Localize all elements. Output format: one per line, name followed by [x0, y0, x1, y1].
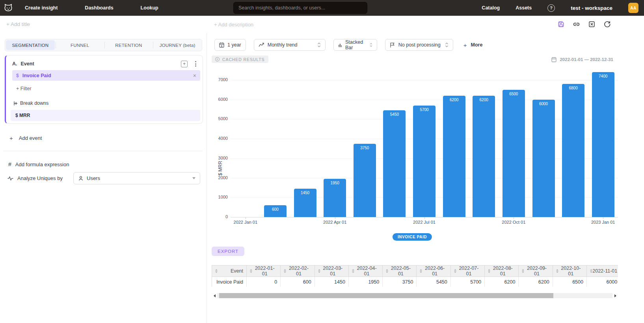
column-header-2022-01-01[interactable]: 2022-01-01: [247, 265, 281, 277]
more-options-button[interactable]: + More: [461, 42, 483, 48]
y-tick-label: 1000: [207, 195, 228, 199]
scrollbar-track[interactable]: [217, 293, 612, 298]
selected-event-row[interactable]: $ Invoice Paid ×: [12, 70, 200, 81]
workspace-name[interactable]: test - workspace: [571, 5, 612, 11]
copy-link-icon[interactable]: [573, 20, 580, 28]
tab-segmentation[interactable]: SEGMENTATION: [6, 40, 55, 50]
results-table-container: Event2022-01-012022-02-012022-03-012022-…: [212, 265, 618, 287]
column-header-2022-04-01[interactable]: 2022-04-01: [348, 265, 382, 277]
refresh-icon[interactable]: [603, 20, 611, 28]
export-button[interactable]: EXPORT: [212, 247, 244, 256]
column-header-2022-05-01[interactable]: 2022-05-01: [383, 265, 417, 277]
cached-results-badge: i CACHED RESULTS: [212, 56, 268, 63]
time-range-button[interactable]: 1 year: [214, 39, 246, 51]
bar-2022-02-01[interactable]: 600: [264, 205, 287, 217]
column-label: 2022-05-01: [388, 265, 413, 277]
sort-icon[interactable]: [590, 269, 592, 273]
table-horizontal-scrollbar[interactable]: [212, 293, 618, 298]
event-name-cell: Invoice Paid: [212, 277, 247, 287]
sort-icon[interactable]: [215, 269, 218, 273]
column-header-2022-06-01[interactable]: 2022-06-01: [417, 265, 450, 277]
value-cell-2022-06-01: 5450: [417, 277, 450, 287]
tab-retention[interactable]: RETENTION: [104, 39, 153, 51]
bar-2022-10-01[interactable]: 6500: [503, 90, 525, 217]
avatar[interactable]: AA: [628, 3, 638, 13]
remove-event-icon[interactable]: ×: [193, 73, 196, 78]
bar-2022-09-01[interactable]: 6200: [473, 96, 495, 217]
bar-value-label: 6800: [562, 86, 584, 90]
scroll-left-arrow[interactable]: [212, 293, 217, 298]
select-chevrons-icon: [445, 43, 449, 47]
add-event-button[interactable]: + Add event: [9, 135, 42, 141]
x-tick-label: 2023 Jan 01: [579, 220, 627, 225]
scroll-right-arrow[interactable]: [612, 293, 618, 298]
legend-invoice-paid[interactable]: INVOICE PAID: [393, 233, 432, 241]
bar-value-label: 3750: [354, 146, 376, 150]
app-logo-cat-icon[interactable]: [3, 3, 13, 13]
add-formula-button[interactable]: # Add formula expression: [8, 161, 69, 167]
chart-toolbar: 1 year Monthly trend Stacked Bar: [214, 39, 482, 51]
bar-2022-07-01[interactable]: 5700: [413, 106, 436, 217]
column-header-2022-10-01[interactable]: 2022-10-01: [553, 265, 586, 277]
nav-catalog[interactable]: Catalog: [482, 5, 500, 11]
analyze-by-select[interactable]: Users: [73, 172, 200, 184]
scrollbar-thumb[interactable]: [219, 293, 553, 298]
nav-lookup[interactable]: Lookup: [141, 5, 158, 11]
column-header-2022-08-01[interactable]: 2022-08-01: [485, 265, 519, 277]
bar-2022-12-01[interactable]: 6800: [562, 84, 584, 217]
bar-2022-08-01[interactable]: 6200: [443, 96, 465, 217]
save-icon[interactable]: [557, 20, 565, 28]
bar-2022-05-01[interactable]: 3750: [354, 144, 376, 217]
duplicate-event-icon[interactable]: +: [181, 61, 188, 67]
nav-assets[interactable]: Assets: [516, 5, 532, 11]
analyze-uniques-label: Analyze Uniques by: [17, 175, 63, 181]
clear-box-icon[interactable]: [588, 20, 596, 28]
column-header-2022-02-01[interactable]: 2022-02-01: [281, 265, 315, 277]
select-chevrons-icon: [370, 43, 372, 47]
results-table: Event2022-01-012022-02-012022-03-012022-…: [212, 265, 618, 287]
help-icon[interactable]: ?: [547, 4, 555, 12]
column-header-2022-11-01[interactable]: 2022-11-01: [586, 265, 618, 277]
bar-2023-01-01[interactable]: 7400: [592, 72, 614, 217]
bar-2022-04-01[interactable]: 1950: [324, 179, 346, 217]
x-tick-mark: [424, 217, 425, 219]
bar-2022-03-01[interactable]: 1450: [294, 189, 316, 217]
column-header-event[interactable]: Event: [212, 265, 247, 277]
navbar-menu: Create insight Dashboards Lookup: [25, 5, 158, 11]
event-group-card: A. Event + $ Invoice Paid × + Filter Bre…: [5, 55, 203, 124]
bar-value-label: 6200: [473, 98, 495, 102]
tab-funnel[interactable]: FUNNEL: [56, 39, 104, 51]
bar-value-label: 1450: [294, 191, 316, 195]
aggregation-row[interactable]: $ MRR: [11, 110, 200, 121]
selected-event-name: Invoice Paid: [22, 73, 51, 78]
tab-journey[interactable]: JOURNEY (beta): [153, 39, 202, 51]
bar-2022-06-01[interactable]: 5450: [383, 110, 406, 217]
add-filter-button[interactable]: + Filter: [16, 86, 32, 91]
insight-type-tabs: SEGMENTATION FUNNEL RETENTION JOURNEY (b…: [5, 39, 202, 51]
trend-select[interactable]: Monthly trend: [254, 39, 326, 51]
event-menu-icon[interactable]: [194, 60, 197, 67]
column-header-2022-09-01[interactable]: 2022-09-01: [519, 265, 553, 277]
add-description-button[interactable]: + Add description: [214, 22, 253, 28]
bar-chart-icon: [338, 43, 342, 48]
column-label: 2022-10-01: [558, 265, 583, 277]
flag-icon: [390, 43, 395, 48]
column-label: Event: [231, 268, 243, 274]
column-header-2022-07-01[interactable]: 2022-07-01: [450, 265, 484, 277]
column-label: 2022-06-01: [422, 265, 447, 277]
nav-dashboards[interactable]: Dashboards: [85, 5, 113, 11]
event-group-title: Event: [21, 61, 34, 67]
x-tick-mark: [246, 217, 246, 219]
insight-header: + Add title + Add description: [0, 16, 644, 33]
search-input[interactable]: [233, 2, 367, 14]
bar-2022-11-01[interactable]: 6000: [532, 100, 555, 217]
select-chevrons-icon: [317, 43, 321, 47]
add-title-button[interactable]: + Add title: [6, 21, 30, 27]
column-label: 2022-11-01: [592, 268, 617, 274]
column-header-2022-03-01[interactable]: 2022-03-01: [315, 265, 348, 277]
breakdowns-button[interactable]: Break downs: [14, 100, 48, 106]
value-cell-2022-08-01: 6200: [485, 277, 519, 287]
nav-create-insight[interactable]: Create insight: [25, 5, 58, 11]
post-processing-select[interactable]: No post processing: [385, 39, 453, 51]
chart-type-select[interactable]: Stacked Bar: [333, 39, 377, 51]
